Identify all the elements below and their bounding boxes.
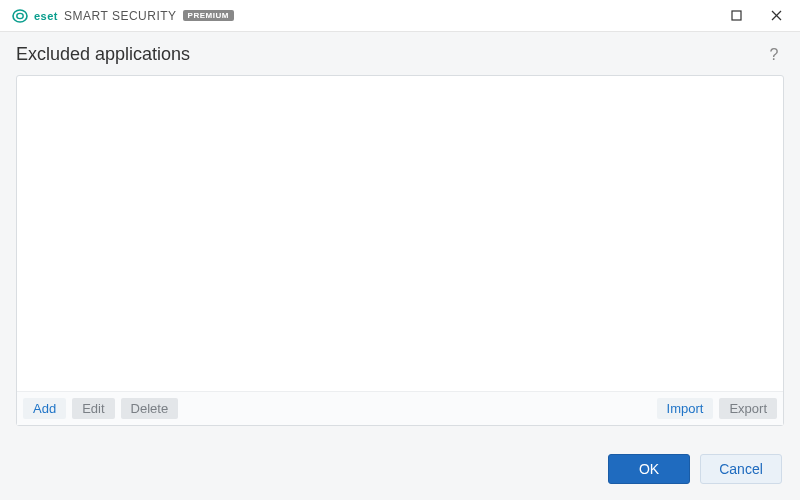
close-button[interactable] <box>756 1 796 31</box>
ok-button[interactable]: OK <box>608 454 690 484</box>
eset-logo-icon <box>12 8 28 24</box>
cancel-button[interactable]: Cancel <box>700 454 782 484</box>
edit-button: Edit <box>72 398 114 419</box>
brand-product: SMART SECURITY <box>64 9 177 23</box>
titlebar: eset SMART SECURITY PREMIUM <box>0 0 800 32</box>
export-button: Export <box>719 398 777 419</box>
page-title: Excluded applications <box>16 44 190 65</box>
window-controls <box>716 1 796 31</box>
close-icon <box>771 10 782 21</box>
svg-point-0 <box>13 10 27 22</box>
help-icon[interactable]: ? <box>764 45 784 65</box>
action-row: Add Edit Delete Import Export <box>17 391 783 425</box>
delete-button: Delete <box>121 398 179 419</box>
add-button[interactable]: Add <box>23 398 66 419</box>
maximize-icon <box>731 10 742 21</box>
svg-point-1 <box>17 13 23 18</box>
brand-badge: PREMIUM <box>183 10 234 21</box>
panel: Add Edit Delete Import Export <box>16 75 784 426</box>
svg-rect-2 <box>732 11 741 20</box>
maximize-button[interactable] <box>716 1 756 31</box>
footer: OK Cancel <box>16 454 784 484</box>
brand-eset: eset <box>34 10 58 22</box>
brand: eset SMART SECURITY PREMIUM <box>12 8 716 24</box>
exclusion-list[interactable] <box>17 76 783 391</box>
import-button[interactable]: Import <box>657 398 714 419</box>
header-row: Excluded applications ? <box>16 44 784 65</box>
content: Excluded applications ? Add Edit Delete … <box>0 32 800 500</box>
